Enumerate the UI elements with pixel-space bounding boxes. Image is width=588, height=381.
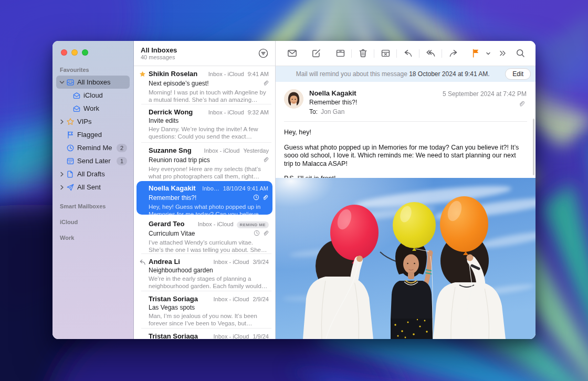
message-row-shikin[interactable]: Shikin RoselanInbox - iCloud9:41 AM Next… (134, 66, 275, 104)
message-body: Hey, hey! Guess what photo popped up in … (276, 122, 536, 178)
sidebar-item-all-inboxes[interactable]: All Inboxes (56, 76, 130, 89)
reminder-banner-text: Mail will remind you about this message … (280, 70, 505, 78)
mailbox-label: Inbox - iCloud (208, 71, 244, 77)
sender: Tristan Soriaga (149, 295, 211, 303)
message-date: 5 September 2024 at 7:42 PM (443, 90, 527, 98)
count-badge: 1 (117, 157, 127, 165)
sidebar-item-icloud-inbox[interactable]: iCloud (69, 89, 130, 102)
compose-icon[interactable] (307, 46, 325, 61)
unread-count-badge: 2 (117, 144, 127, 152)
reading-pane-scrollbar[interactable] (533, 119, 534, 175)
message-header: Noella Kagakit Remember this?! To:Jon Ga… (276, 82, 536, 115)
message-time: 18/10/24 9:41 AM (223, 185, 268, 192)
avatar[interactable] (284, 89, 303, 109)
smart-mailboxes-header[interactable]: Smart Mailboxes (56, 194, 130, 209)
message-row-tristan-2[interactable]: Tristan SoriagaInbox - iCloud1/9/24 (134, 329, 275, 339)
message-row-gerard[interactable]: Gerard TeoInbox - iCloudREMIND ME Curric… (134, 216, 275, 254)
archive-icon[interactable] (331, 46, 349, 61)
attachment-paperclip-icon (262, 79, 269, 88)
star-icon (65, 118, 76, 126)
sidebar-item-work-inbox[interactable]: Work (69, 102, 130, 115)
sidebar-item-label: Flagged (77, 131, 102, 139)
message-time: 1/9/24 (253, 333, 269, 339)
chevron-down-icon[interactable] (59, 80, 65, 85)
minimize-button[interactable] (71, 49, 78, 56)
message-time: 9:32 AM (248, 109, 269, 115)
attachment-photo-balloons[interactable] (276, 178, 536, 339)
mailbox-label: Inbox - iCloud (214, 259, 249, 265)
envelope-open-icon (71, 104, 82, 113)
star-icon (138, 71, 147, 78)
reply-all-icon[interactable] (422, 46, 439, 61)
sidebar-item-flagged[interactable]: Flagged (56, 128, 130, 141)
message-preview: Hey everyone! Here are my selects (that’… (149, 166, 269, 180)
sender: Suzanne Sng (149, 146, 201, 155)
attachment-paperclip-icon (262, 193, 268, 203)
message-time: Yesterday (243, 147, 269, 154)
filter-circle-icon[interactable] (258, 48, 268, 58)
sidebar-item-all-sent[interactable]: All Sent (56, 181, 130, 194)
mailbox-label: Inbox - iCloud (208, 109, 244, 115)
message-row-tristan-1[interactable]: Tristan SoriagaInbox - iCloud2/9/24 Las … (134, 291, 275, 329)
close-button[interactable] (61, 49, 67, 56)
message-subject: Remember this?! (309, 99, 357, 106)
sidebar-item-send-later[interactable]: Send Later 1 (56, 154, 130, 167)
sidebar-item-remind-me[interactable]: Remind Me 2 (56, 141, 130, 154)
attachment-paperclip-icon[interactable] (518, 100, 525, 109)
junk-icon[interactable] (376, 46, 394, 61)
sidebar-item-label: All Inboxes (77, 78, 111, 86)
message-row-suzanne[interactable]: Suzanne SngInbox - iCloudYesterday Reuni… (134, 143, 275, 179)
sender: Tristan Soriaga (149, 332, 211, 339)
desktop: Favourites All Inboxes iCloud Work (0, 0, 588, 381)
flag-icon[interactable] (468, 46, 483, 61)
chevron-right-icon[interactable] (59, 185, 65, 190)
chevron-right-icon[interactable] (59, 172, 65, 177)
chevron-right-icon[interactable] (59, 119, 65, 124)
sidebar-item-label: All Drafts (77, 170, 105, 178)
sidebar-item-label: Work (83, 104, 99, 112)
sidebar-item-all-drafts[interactable]: All Drafts (56, 167, 130, 181)
message-time: 9:41 AM (248, 71, 269, 77)
edit-reminder-button[interactable]: Edit (505, 68, 531, 80)
recipient-name[interactable]: Jon Gan (321, 108, 344, 115)
zoom-button[interactable] (82, 49, 88, 56)
message-time: 2/9/24 (253, 296, 269, 302)
message-row-andrea[interactable]: Andrea LiInbox - iCloud3/9/24 Neighbourh… (134, 254, 275, 291)
message-row-derrick[interactable]: Derrick WongInbox - iCloud9:32 AM Invite… (134, 104, 275, 143)
message-row-noella-selected[interactable]: Noella KagakitInbo…18/10/24 9:41 AM Reme… (136, 181, 272, 215)
sender: Andrea Li (149, 258, 211, 266)
reminder-banner-date: 18 October 2024 at 9:41 AM. (409, 70, 489, 78)
sidebar-item-label: Remind Me (77, 144, 112, 152)
calendar-icon (65, 157, 76, 165)
subject: Invite edits (149, 117, 269, 125)
trash-icon[interactable] (354, 46, 372, 61)
attachment-paperclip-icon (262, 155, 269, 165)
more-chevrons-icon[interactable] (494, 46, 511, 61)
flag-icon (65, 131, 76, 139)
work-section-header[interactable]: Work (56, 225, 130, 241)
forward-icon[interactable] (444, 46, 462, 61)
sidebar-item-label: iCloud (83, 91, 103, 99)
reply-icon[interactable] (399, 46, 417, 61)
subject: Remember this?! (149, 194, 253, 202)
sidebar-item-vips[interactable]: VIPs (56, 115, 130, 128)
message-list-pane: All Inboxes 40 messages Shikin RoselanIn… (134, 41, 276, 339)
message-list-header: All Inboxes 40 messages (134, 41, 275, 66)
search-icon[interactable] (511, 46, 529, 61)
sidebar: Favourites All Inboxes iCloud Work (52, 41, 134, 339)
sender: Noella Kagakit (149, 184, 199, 193)
replied-arrow-icon (138, 259, 147, 266)
unread-icon[interactable] (283, 46, 301, 61)
message-preview: Hey Danny. We’re loving the invite! A fe… (149, 126, 269, 140)
message-preview: Man, I’m so jealous of you now. It’s bee… (149, 313, 269, 327)
inbox-tray-icon (65, 78, 76, 87)
remind-me-badge: REMIND ME (237, 221, 269, 228)
flag-menu-chevron-icon[interactable] (483, 46, 494, 61)
sender: Gerard Teo (149, 220, 195, 228)
document-icon (65, 170, 76, 178)
attachment-paperclip-icon (262, 229, 269, 238)
message-preview: Morning! I was put in touch with Angelin… (149, 89, 269, 103)
sidebar-item-label: Send Later (77, 157, 111, 165)
icloud-section-header[interactable]: iCloud (56, 209, 130, 225)
sender: Derrick Wong (149, 108, 205, 117)
